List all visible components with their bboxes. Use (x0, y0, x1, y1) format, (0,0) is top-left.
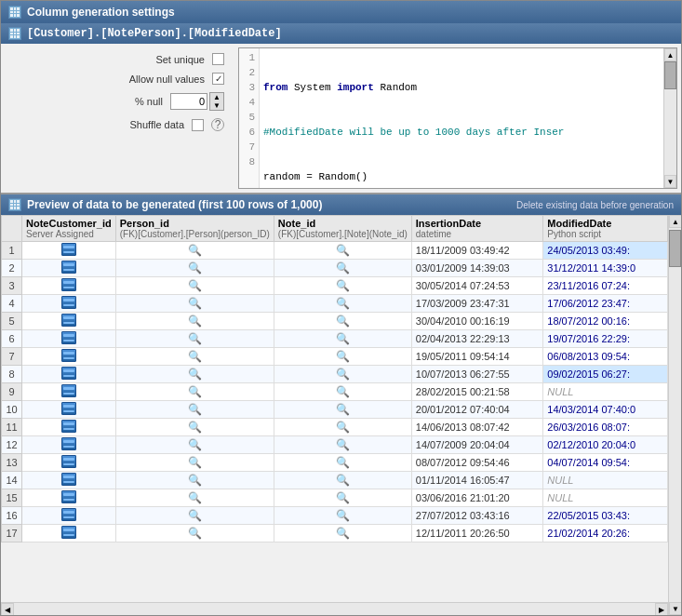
modified-date-cell: 21/02/2014 20:26: (543, 525, 668, 542)
search-icon[interactable]: 🔍 (336, 297, 350, 310)
search-icon[interactable]: 🔍 (188, 527, 202, 540)
search-icon[interactable]: 🔍 (188, 332, 202, 345)
table-row: 2🔍🔍03/01/2009 14:39:0331/12/2011 14:39:0 (2, 260, 668, 277)
code-content[interactable]: from System import Random #ModifiedDate … (260, 48, 663, 188)
search-icon[interactable]: 🔍 (188, 279, 202, 292)
search-icon[interactable]: 🔍 (336, 315, 350, 328)
db-table-icon (61, 437, 76, 450)
search-icon[interactable]: 🔍 (336, 244, 350, 257)
note-id-cell: 🔍 (274, 525, 411, 542)
delete-label: Delete existing data before generation (516, 200, 674, 210)
db-table-icon (61, 420, 76, 433)
search-icon[interactable]: 🔍 (336, 261, 350, 275)
customer-id-cell (22, 383, 116, 401)
allow-null-checkbox[interactable] (212, 73, 224, 85)
code-scroll-thumb[interactable] (664, 61, 676, 89)
table-header-row: NoteCustomer_id Server Assigned Person_i… (2, 216, 668, 242)
note-id-cell: 🔍 (274, 260, 411, 277)
note-id-cell: 🔍 (274, 277, 411, 295)
customer-id-cell (22, 401, 116, 419)
search-icon[interactable]: 🔍 (336, 279, 350, 292)
search-icon[interactable]: 🔍 (188, 456, 202, 469)
search-icon[interactable]: 🔍 (188, 438, 202, 451)
search-icon[interactable]: 🔍 (188, 368, 202, 381)
row-number: 8 (2, 366, 22, 383)
search-icon[interactable]: 🔍 (188, 491, 202, 504)
code-scroll-up[interactable]: ▲ (664, 48, 676, 61)
col-note-id-name: Note_id (278, 218, 408, 229)
table-scroll-container[interactable]: NoteCustomer_id Server Assigned Person_i… (1, 215, 668, 602)
customer-id-cell (22, 525, 116, 542)
search-icon[interactable]: 🔍 (188, 244, 202, 257)
set-unique-checkbox[interactable] (212, 53, 224, 65)
code-scrollbar: ▲ ▼ (663, 48, 676, 188)
search-icon[interactable]: 🔍 (188, 509, 202, 522)
person-id-cell: 🔍 (115, 489, 274, 507)
modified-date-cell: 04/07/2014 09:54: (543, 454, 668, 472)
shuffle-data-row: Shuffle data ? (15, 118, 224, 131)
search-icon[interactable]: 🔍 (336, 527, 350, 540)
col-modified-date-header: ModifiedDate Python script (543, 216, 668, 242)
col-person-id-meta: (FK)[Customer].[Person](person_ID) (120, 229, 270, 239)
row-number: 4 (2, 295, 22, 313)
note-id-cell: 🔍 (274, 330, 411, 348)
note-id-cell: 🔍 (274, 489, 411, 507)
modified-date-cell: 19/07/2016 22:29: (543, 330, 668, 348)
person-id-cell: 🔍 (115, 472, 274, 489)
code-scroll-down[interactable]: ▼ (664, 175, 676, 188)
search-icon[interactable]: 🔍 (188, 403, 202, 416)
insertion-date-cell: 18/11/2009 03:49:42 (411, 242, 543, 260)
search-icon[interactable]: 🔍 (188, 385, 202, 398)
customer-id-cell (22, 454, 116, 472)
search-icon[interactable]: 🔍 (336, 332, 350, 345)
modified-date-cell: 14/03/2014 07:40:0 (543, 401, 668, 419)
preview-header: Preview of data to be generated (first 1… (1, 194, 681, 215)
search-icon[interactable]: 🔍 (188, 261, 202, 275)
search-icon[interactable]: 🔍 (336, 368, 350, 381)
insertion-date-cell: 01/11/2014 16:05:47 (411, 472, 543, 489)
table-row: 11🔍🔍14/06/2013 08:07:4226/03/2016 08:07: (2, 419, 668, 436)
col-note-id-header: Note_id (FK)[Customer].[Note](Note_id) (274, 216, 411, 242)
search-icon[interactable]: 🔍 (188, 474, 202, 487)
h-scroll-track[interactable] (14, 603, 655, 615)
customer-id-cell (22, 330, 116, 348)
insertion-date-cell: 20/01/2012 07:40:04 (411, 401, 543, 419)
row-number: 6 (2, 330, 22, 348)
customer-id-cell (22, 313, 116, 330)
column-name: [Customer].[NotePerson].[ModifiedDate] (27, 27, 282, 40)
scroll-left-arrow[interactable]: ◀ (1, 603, 14, 615)
search-icon[interactable]: 🔍 (336, 403, 350, 416)
row-number: 11 (2, 419, 22, 436)
table-scroll-down[interactable]: ▼ (669, 602, 681, 615)
search-icon[interactable]: 🔍 (336, 438, 350, 451)
spinner-up[interactable]: ▲ (210, 93, 223, 101)
shuffle-data-checkbox[interactable] (192, 119, 204, 131)
table-row: 17🔍🔍12/11/2011 20:26:5021/02/2014 20:26: (2, 525, 668, 542)
search-icon[interactable]: 🔍 (336, 385, 350, 398)
help-icon[interactable]: ? (211, 118, 224, 131)
bottom-scrollbar[interactable]: ◀ ▶ (1, 602, 668, 615)
search-icon[interactable]: 🔍 (336, 509, 350, 522)
row-number: 15 (2, 489, 22, 507)
table-scroll-up[interactable]: ▲ (669, 215, 681, 228)
spinner-down[interactable]: ▼ (210, 101, 223, 110)
person-id-cell: 🔍 (115, 242, 274, 260)
search-icon[interactable]: 🔍 (188, 421, 202, 434)
search-icon[interactable]: 🔍 (188, 315, 202, 328)
search-icon[interactable]: 🔍 (336, 350, 350, 363)
note-id-cell: 🔍 (274, 366, 411, 383)
search-icon[interactable]: 🔍 (188, 297, 202, 310)
scroll-right-arrow[interactable]: ▶ (655, 603, 668, 615)
table-scroll-thumb[interactable] (669, 230, 681, 267)
search-icon[interactable]: 🔍 (188, 350, 202, 363)
pct-null-input[interactable]: 0 (170, 93, 207, 110)
search-icon[interactable]: 🔍 (336, 474, 350, 487)
search-icon[interactable]: 🔍 (336, 456, 350, 469)
note-id-cell: 🔍 (274, 383, 411, 401)
search-icon[interactable]: 🔍 (336, 491, 350, 504)
col-customer-id-meta: Server Assigned (26, 229, 112, 239)
search-icon[interactable]: 🔍 (336, 421, 350, 434)
table-row: 1🔍🔍18/11/2009 03:49:4224/05/2013 03:49: (2, 242, 668, 260)
window-title: Column generation settings (27, 6, 175, 19)
person-id-cell: 🔍 (115, 383, 274, 401)
